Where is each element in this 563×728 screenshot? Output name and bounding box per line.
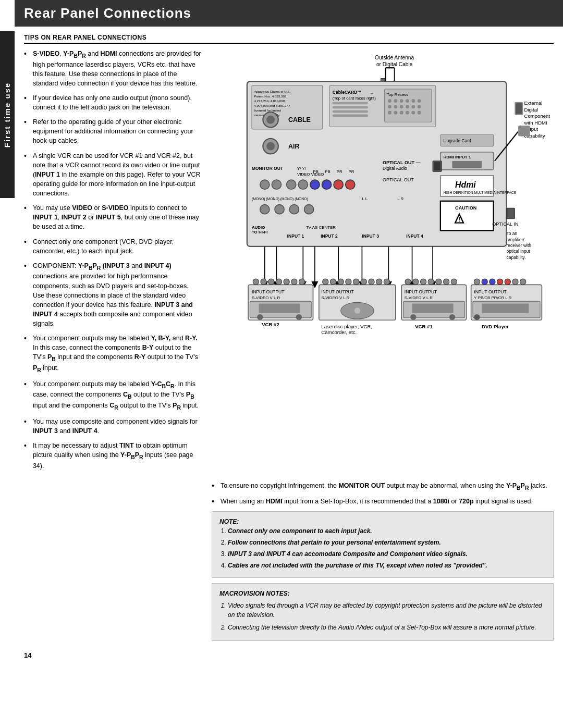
svg-text:capability.: capability. — [507, 255, 526, 260]
svg-text:L         R: L R — [397, 196, 403, 201]
svg-text:L         L: L L — [362, 196, 368, 201]
input1-label: INPUT 1 — [287, 233, 304, 239]
svg-point-80 — [334, 180, 343, 189]
svg-text:INPUT   OUTPUT: INPUT OUTPUT — [474, 289, 506, 294]
svg-text:Digital Audio: Digital Audio — [383, 166, 407, 171]
svg-point-22 — [400, 99, 403, 103]
svg-point-128 — [268, 279, 274, 285]
dvd-label: DVD Player — [482, 324, 509, 329]
note-item: Follow connections that pertain to your … — [228, 538, 546, 547]
svg-rect-51 — [452, 161, 482, 168]
svg-point-85 — [275, 205, 284, 214]
right-column-diagram: Outside Antenna or Digital Cable Externa… — [212, 49, 554, 476]
list-item: A single VCR can be used for VCR #1 and … — [24, 151, 201, 199]
svg-text:with HDMI: with HDMI — [523, 120, 547, 126]
svg-text:Top Recess: Top Recess — [387, 92, 408, 97]
note-list: Connect only one component to each input… — [228, 526, 546, 570]
list-item: It may be necessary to adjust TINT to ob… — [24, 441, 201, 471]
optical-out-label: OPTICAL OUT — — [383, 160, 421, 165]
svg-point-118 — [410, 314, 416, 320]
svg-point-73 — [298, 180, 308, 189]
list-item: Your component outputs may be labeled Y,… — [24, 334, 201, 374]
optical-in-label: OPTICAL IN — [492, 221, 518, 227]
list-item: If your device has only one audio output… — [24, 93, 201, 112]
svg-point-48 — [266, 142, 275, 151]
svg-point-136 — [346, 279, 351, 285]
svg-rect-53 — [518, 126, 530, 136]
svg-text:amplifier/: amplifier/ — [507, 237, 525, 242]
svg-text:→: → — [370, 91, 374, 96]
svg-rect-58 — [434, 162, 440, 170]
monitor-out-label: MONITOR OUT — [252, 166, 284, 171]
top-two-col: S-VIDEO, Y-PBPR and HDMI connections are… — [24, 49, 554, 476]
antenna-label: Outside Antenna — [375, 55, 414, 60]
svg-point-21 — [394, 99, 397, 103]
cablecard-label: CableCARD™ — [333, 90, 362, 95]
svg-point-130 — [284, 279, 289, 285]
left-column: S-VIDEO, Y-PBPR and HDMI connections are… — [24, 49, 201, 476]
svg-point-125 — [474, 314, 480, 320]
upgrade-card-label: Upgrade Card — [443, 138, 471, 143]
svg-point-150 — [482, 279, 487, 285]
svg-point-27 — [394, 105, 397, 108]
note-item: Connect only one component to each input… — [228, 526, 546, 536]
svg-point-151 — [489, 279, 495, 285]
svg-text:PB: PB — [313, 169, 319, 174]
svg-point-34 — [400, 111, 403, 115]
hdmi-input-label: HDMI INPUT 1 — [443, 155, 471, 159]
svg-point-25 — [418, 99, 421, 103]
input3-label: INPUT 3 — [362, 233, 379, 239]
svg-text:(Top of card faces right): (Top of card faces right) — [333, 96, 376, 101]
tips-title: TIPS ON REAR PANEL CONNECTIONS — [24, 34, 554, 44]
svg-text:Camcorder, etc.: Camcorder, etc. — [321, 329, 357, 335]
svg-point-152 — [497, 279, 503, 285]
svg-point-105 — [257, 314, 263, 320]
macrovision-list: Video signals fed through a VCR may be a… — [228, 601, 546, 632]
audio-hifi-label: AUDIO — [252, 225, 265, 230]
svg-text:Component: Component — [524, 113, 550, 119]
macrovision-box: MACROVISION NOTES: Video signals fed thr… — [212, 583, 554, 641]
svg-text:licensed for limited: licensed for limited — [254, 108, 281, 112]
svg-point-139 — [369, 279, 374, 285]
svg-point-70 — [260, 180, 270, 189]
svg-rect-9 — [516, 103, 522, 114]
svg-point-145 — [428, 279, 434, 285]
svg-point-153 — [505, 279, 510, 285]
caution-label: CAUTION — [455, 205, 476, 211]
svg-point-24 — [411, 99, 415, 103]
svg-point-133 — [323, 279, 328, 285]
svg-point-132 — [299, 279, 304, 285]
svg-text:4,907,093 and 6,381,747: 4,907,093 and 6,381,747 — [254, 104, 290, 107]
svg-text:Digital: Digital — [524, 107, 538, 113]
main-content: TIPS ON REAR PANEL CONNECTIONS S-VIDEO, … — [15, 34, 563, 670]
svg-point-84 — [260, 205, 270, 214]
svg-point-138 — [361, 279, 366, 285]
svg-text:optical input: optical input — [507, 249, 531, 254]
page-number: 14 — [24, 651, 554, 659]
svg-point-129 — [276, 279, 282, 285]
note-item: Cables are not included with the purchas… — [228, 561, 546, 570]
svg-point-72 — [287, 180, 296, 189]
svg-point-77 — [322, 180, 332, 189]
svg-point-141 — [384, 279, 389, 285]
svg-rect-124 — [482, 304, 529, 313]
macrovision-item: Connecting the television directly to th… — [228, 623, 546, 632]
svg-text:S-VIDEO V  L    R: S-VIDEO V L R — [405, 295, 433, 300]
svg-point-33 — [394, 111, 397, 115]
svg-text:Patent Nos. 4,633,303,: Patent Nos. 4,633,303, — [254, 94, 287, 98]
side-tab-label: First time use — [3, 82, 12, 147]
svg-point-126 — [253, 279, 259, 285]
right-bullet-list: To ensure no copyright infringement, the… — [212, 481, 554, 507]
svg-text:PB: PB — [325, 169, 331, 174]
laserdisc-label: Laserdisc player, VCR, — [321, 324, 372, 329]
svg-point-76 — [310, 180, 320, 189]
svg-text:VIDEO VIDEO: VIDEO VIDEO — [297, 172, 324, 177]
rear-panel-diagram: Outside Antenna or Digital Cable Externa… — [212, 49, 554, 450]
svg-point-28 — [400, 105, 403, 108]
svg-text:S-VIDEO V  L    R: S-VIDEO V L R — [252, 295, 280, 300]
svg-point-140 — [376, 279, 382, 285]
svg-point-35 — [406, 111, 409, 115]
svg-text:TO HI-FI: TO HI-FI — [252, 230, 268, 235]
svg-point-148 — [451, 279, 457, 285]
hdmi-logo: Hdmi — [455, 180, 476, 189]
